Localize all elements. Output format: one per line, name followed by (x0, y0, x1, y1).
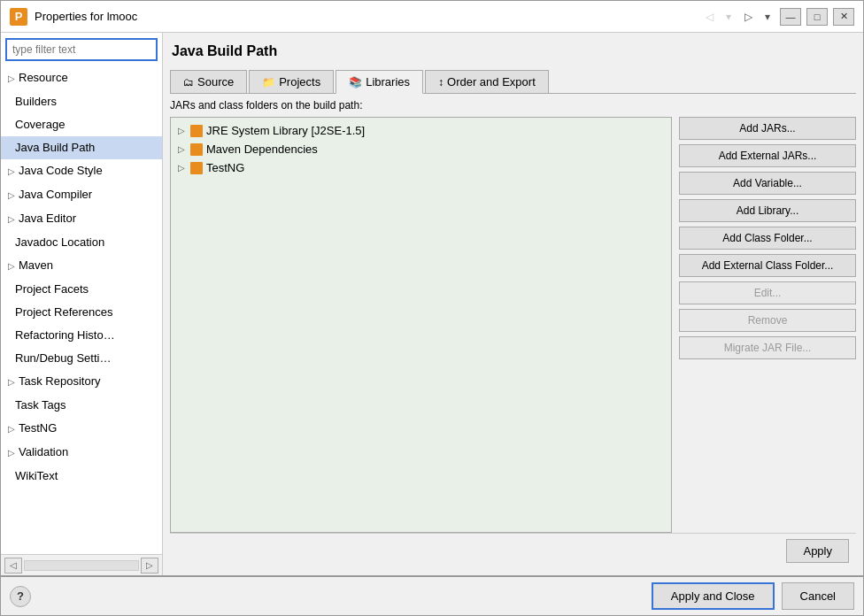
help-button[interactable]: ? (10, 586, 31, 607)
description-text: JARs and class folders on the build path… (170, 99, 856, 112)
expand-arrow-icon: ▷ (8, 211, 15, 228)
dialog: P Properties for lmooc ◁ ▾ ▷ ▾ — □ ✕ ▷ (0, 0, 864, 616)
libraries-tree[interactable]: ▷JRE System Library [J2SE-1.5]▷Maven Dep… (170, 117, 672, 533)
sidebar-item-coverage[interactable]: Coverage (1, 113, 162, 136)
expand-arrow-icon: ▷ (8, 444, 15, 462)
libraries-tab-label: Libraries (366, 75, 410, 89)
sidebar-item-builders[interactable]: Builders (1, 90, 162, 113)
footer-right: Apply and Close Cancel (652, 582, 854, 610)
expand-arrow-icon: ▷ (8, 163, 15, 181)
projects-tab-icon: 📁 (262, 76, 275, 89)
title-bar: P Properties for lmooc ◁ ▾ ▷ ▾ — □ ✕ (1, 1, 863, 33)
expand-arrow-icon: ▷ (8, 187, 15, 204)
add-class-folder-button[interactable]: Add Class Folder... (679, 227, 856, 250)
expand-arrow-icon: ▷ (8, 373, 15, 391)
sidebar-item-java-compiler[interactable]: ▷Java Compiler (1, 183, 162, 207)
tree-arrow-icon: ▷ (178, 163, 187, 173)
sidebar-item-wikitext[interactable]: WikiText (1, 465, 162, 488)
tab-order-export[interactable]: ↕Order and Export (425, 70, 549, 93)
sidebar: ▷ResourceBuildersCoverageJava Build Path… (1, 33, 163, 575)
sidebar-forward-button[interactable]: ▷ (141, 558, 158, 574)
maximize-button[interactable]: □ (806, 8, 828, 26)
jar-icon (190, 143, 203, 156)
sidebar-item-project-facets[interactable]: Project Facets (1, 278, 162, 301)
main-area: ▷ResourceBuildersCoverageJava Build Path… (1, 33, 863, 575)
sidebar-item-run-debug-settings[interactable]: Run/Debug Setti… (1, 347, 162, 370)
apply-close-button[interactable]: Apply and Close (652, 582, 775, 610)
add-jars-button[interactable]: Add JARs... (679, 117, 856, 140)
page-title: Java Build Path (170, 40, 856, 63)
libraries-panel: ▷JRE System Library [J2SE-1.5]▷Maven Dep… (170, 117, 856, 533)
back-button[interactable]: ◁ (700, 8, 718, 26)
expand-arrow-icon: ▷ (8, 420, 15, 438)
sidebar-item-task-repository[interactable]: ▷Task Repository (1, 370, 162, 394)
libraries-tab-icon: 📚 (349, 76, 362, 89)
window-controls: — □ ✕ (780, 8, 854, 26)
sidebar-item-java-editor[interactable]: ▷Java Editor (1, 207, 162, 231)
tab-projects[interactable]: 📁Projects (249, 70, 334, 93)
jar-icon (190, 125, 203, 137)
source-tab-icon: 🗂 (183, 76, 194, 89)
tree-item-maven-deps[interactable]: ▷Maven Dependencies (174, 140, 667, 158)
sidebar-scrollbar[interactable] (24, 560, 139, 571)
dialog-title: Properties for lmooc (35, 10, 137, 23)
tab-source[interactable]: 🗂Source (170, 70, 247, 93)
sidebar-item-resource[interactable]: ▷Resource (1, 66, 162, 90)
sidebar-list: ▷ResourceBuildersCoverageJava Build Path… (1, 66, 162, 554)
projects-tab-label: Projects (279, 75, 320, 89)
migrate-jar-file-button: Migrate JAR File... (679, 336, 856, 359)
tree-item-testng[interactable]: ▷TestNG (174, 158, 667, 177)
forward-dropdown-button[interactable]: ▾ (759, 8, 776, 26)
footer-bar: ? Apply and Close Cancel (1, 575, 863, 615)
tabs-bar: 🗂Source📁Projects📚Libraries↕Order and Exp… (170, 70, 856, 94)
jar-icon (190, 162, 203, 174)
remove-button: Remove (679, 309, 856, 332)
buttons-panel: Add JARs...Add External JARs...Add Varia… (679, 117, 856, 533)
back-dropdown-button[interactable]: ▾ (720, 8, 737, 26)
sidebar-item-java-build-path[interactable]: Java Build Path (1, 136, 162, 159)
sidebar-item-java-code-style[interactable]: ▷Java Code Style (1, 159, 162, 183)
sidebar-item-javadoc-location[interactable]: Javadoc Location (1, 231, 162, 254)
minimize-button[interactable]: — (780, 8, 801, 26)
add-external-jars-button[interactable]: Add External JARs... (679, 144, 856, 167)
content-area: Java Build Path 🗂Source📁Projects📚Librari… (163, 33, 863, 575)
sidebar-item-task-tags[interactable]: Task Tags (1, 394, 162, 417)
bottom-bar: Apply (170, 533, 856, 568)
apply-button[interactable]: Apply (786, 539, 849, 563)
search-input[interactable] (5, 38, 158, 61)
close-button[interactable]: ✕ (833, 8, 854, 26)
sidebar-item-testng[interactable]: ▷TestNG (1, 417, 162, 441)
source-tab-label: Source (197, 75, 234, 89)
add-variable-button[interactable]: Add Variable... (679, 172, 856, 195)
add-external-class-folder-button[interactable]: Add External Class Folder... (679, 254, 856, 277)
tree-item-jre-system[interactable]: ▷JRE System Library [J2SE-1.5] (174, 121, 667, 140)
tree-arrow-icon: ▷ (178, 144, 187, 154)
order-export-tab-label: Order and Export (447, 75, 536, 89)
tab-libraries[interactable]: 📚Libraries (336, 70, 423, 94)
expand-arrow-icon: ▷ (8, 70, 15, 88)
sidebar-item-project-references[interactable]: Project References (1, 301, 162, 324)
title-controls: ◁ ▾ ▷ ▾ — □ ✕ (700, 8, 854, 26)
footer-left: ? (10, 586, 31, 607)
tree-item-label: TestNG (206, 161, 244, 174)
edit-button: Edit... (679, 281, 856, 304)
sidebar-item-maven[interactable]: ▷Maven (1, 254, 162, 278)
cancel-button[interactable]: Cancel (782, 582, 854, 610)
title-bar-left: P Properties for lmooc (10, 8, 137, 26)
sidebar-item-validation[interactable]: ▷Validation (1, 441, 162, 465)
add-library-button[interactable]: Add Library... (679, 199, 856, 222)
nav-arrows: ◁ ▾ ▷ ▾ (700, 8, 776, 26)
forward-button[interactable]: ▷ (739, 8, 757, 26)
tree-item-label: JRE System Library [J2SE-1.5] (206, 124, 365, 137)
order-export-tab-icon: ↕ (438, 76, 444, 89)
sidebar-item-refactoring-history[interactable]: Refactoring Histo… (1, 324, 162, 347)
tree-arrow-icon: ▷ (178, 126, 187, 135)
app-icon: P (10, 8, 27, 26)
sidebar-back-button[interactable]: ◁ (4, 558, 22, 574)
sidebar-footer: ◁ ▷ (1, 554, 162, 575)
tree-item-label: Maven Dependencies (206, 142, 318, 156)
expand-arrow-icon: ▷ (8, 258, 15, 275)
svg-text:P: P (15, 10, 23, 23)
